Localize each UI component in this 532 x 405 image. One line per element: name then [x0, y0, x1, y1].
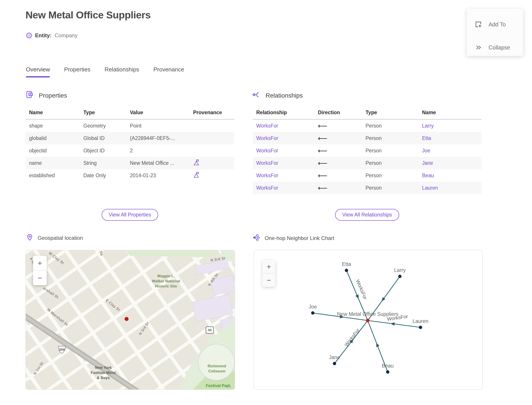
chart-zoom-control: + −: [262, 260, 275, 287]
actions-panel: Add To Collapse: [467, 9, 523, 56]
graph-node-label: Lauren: [412, 318, 428, 324]
property-name-cell: globalid: [26, 132, 80, 144]
direction-arrow-icon: ⟵: [318, 184, 327, 192]
one-hop-link-chart[interactable]: + − WorksForWorksForWorksForEttaLarryJoe…: [254, 250, 483, 390]
property-row: shapeGeometryPoint: [26, 119, 234, 132]
properties-header-type: Type: [80, 108, 126, 119]
property-name-cell: established: [26, 169, 80, 182]
direction-arrow-icon: ⟵: [318, 122, 327, 129]
relationship-link[interactable]: WorksFor: [256, 173, 278, 178]
direction-arrow-icon: ⟵: [318, 147, 327, 154]
property-provenance-cell: [190, 144, 234, 157]
graph-node-lauren[interactable]: [419, 326, 422, 329]
map-zoom-control: + −: [33, 256, 47, 285]
properties-icon: [26, 90, 34, 101]
tab-relationships[interactable]: Relationships: [105, 66, 139, 77]
graph-node-beau[interactable]: [386, 370, 389, 374]
collapse-chevrons-icon: [474, 43, 482, 51]
provenance-flag-icon[interactable]: [193, 171, 200, 178]
relationship-direction-cell: ⟵: [314, 169, 362, 182]
related-entity-link[interactable]: Lauren: [422, 185, 438, 191]
graph-node-larry[interactable]: [398, 275, 402, 278]
related-entity-link[interactable]: Beau: [422, 173, 434, 178]
view-all-properties-button[interactable]: View All Properties: [101, 209, 158, 221]
graph-node-joe[interactable]: [311, 311, 314, 315]
relationship-row: WorksFor⟵PersonLarry: [253, 119, 481, 132]
property-type-cell: Global ID: [80, 132, 126, 144]
map-location-marker[interactable]: [125, 317, 129, 321]
relationship-name-cell: Beau: [419, 169, 481, 182]
map-route-shield: 33: [206, 327, 213, 333]
property-provenance-cell: [190, 169, 234, 182]
property-row: objectidObject ID2: [26, 144, 234, 157]
related-entity-link[interactable]: Joe: [422, 148, 430, 154]
property-type-cell: Date Only: [80, 169, 126, 182]
property-name-cell: name: [26, 157, 80, 169]
relationship-name-cell: Etta: [419, 132, 481, 144]
relationship-type-cell: WorksFor: [253, 119, 314, 132]
collapse-button[interactable]: Collapse: [474, 43, 510, 51]
relationship-type-cell: WorksFor: [253, 132, 314, 144]
relationship-link[interactable]: WorksFor: [256, 123, 278, 129]
graph-node-label: Joe: [309, 304, 317, 310]
related-entity-link[interactable]: Jane: [422, 160, 433, 166]
property-provenance-cell: [190, 157, 234, 169]
map-coliseum-outline: [198, 344, 234, 380]
link-chart-canvas[interactable]: WorksForWorksForWorksForEttaLarryJoeLaur…: [254, 250, 482, 390]
relationship-row: WorksFor⟵PersonBeau: [253, 169, 481, 182]
tab-bar: Overview Properties Relationships Proven…: [26, 66, 184, 77]
graph-edge-arrow-icon: [390, 322, 395, 326]
relationships-icon: [252, 90, 261, 101]
map-zoom-out-button[interactable]: −: [33, 270, 47, 285]
relationship-type-cell: WorksFor: [253, 169, 314, 182]
map-canvas[interactable]: k RoW Clay StSaarshall StW Marshall StE …: [26, 250, 235, 390]
map-zoom-in-button[interactable]: +: [33, 256, 47, 270]
link-chart-section-title: One-hop Neighbor Link Chart: [265, 235, 334, 241]
add-to-icon: [474, 20, 482, 28]
relationship-entity-type-cell: Person: [362, 169, 419, 182]
relationship-entity-type-cell: Person: [362, 182, 419, 194]
svg-text:250: 250: [59, 348, 65, 351]
chart-zoom-out-button[interactable]: −: [262, 273, 275, 287]
link-chart-section-header: One-hop Neighbor Link Chart: [253, 234, 334, 243]
map-pin-icon: [26, 234, 33, 242]
property-type-cell: Geometry: [80, 119, 126, 132]
related-entity-link[interactable]: Etta: [422, 135, 431, 141]
relationship-link[interactable]: WorksFor: [256, 160, 278, 166]
direction-arrow-icon: ⟵: [318, 135, 327, 142]
graph-edge-arrow-icon: [355, 295, 359, 299]
properties-header-value: Value: [126, 108, 190, 119]
relationship-link[interactable]: WorksFor: [256, 148, 278, 154]
relationship-entity-type-cell: Person: [362, 157, 419, 169]
related-entity-link[interactable]: Larry: [422, 123, 434, 129]
relationship-direction-cell: ⟵: [314, 132, 362, 144]
tab-overview[interactable]: Overview: [26, 66, 50, 77]
geospatial-section-title: Geospatial location: [38, 235, 83, 241]
graph-center-node[interactable]: [366, 319, 370, 322]
properties-table-header-row: Name Type Value Provenance: [26, 108, 234, 119]
property-type-cell: String: [80, 157, 126, 169]
graph-edge-arrow-icon: [376, 343, 379, 347]
relationship-link[interactable]: WorksFor: [256, 185, 278, 191]
relationship-entity-type-cell: Person: [362, 144, 419, 157]
relationship-type-cell: WorksFor: [253, 182, 314, 194]
view-all-relationships-button[interactable]: View All Relationships: [335, 209, 399, 221]
entity-type-value: Company: [55, 32, 78, 39]
relationship-direction-cell: ⟵: [314, 144, 362, 157]
provenance-flag-icon[interactable]: [193, 159, 200, 166]
graph-edge-label: WorksFor: [343, 327, 361, 347]
direction-arrow-icon: ⟵: [318, 172, 327, 179]
add-to-button[interactable]: Add To: [474, 20, 506, 28]
chart-zoom-in-button[interactable]: +: [262, 260, 275, 273]
tab-properties[interactable]: Properties: [64, 66, 90, 77]
graph-node-jane[interactable]: [333, 362, 336, 365]
graph-node-label: Jane: [329, 354, 340, 360]
tab-provenance[interactable]: Provenance: [153, 66, 184, 77]
entity-badge: Entity: Company: [26, 32, 77, 39]
graph-node-etta[interactable]: [345, 269, 348, 272]
relationship-row: WorksFor⟵PersonJoe: [253, 144, 481, 157]
add-to-label: Add To: [489, 21, 506, 28]
relationship-link[interactable]: WorksFor: [256, 135, 278, 141]
geospatial-map[interactable]: + − k RoW Clay StSaarshall StW Marshall …: [26, 250, 235, 390]
relationship-type-cell: WorksFor: [253, 157, 314, 169]
